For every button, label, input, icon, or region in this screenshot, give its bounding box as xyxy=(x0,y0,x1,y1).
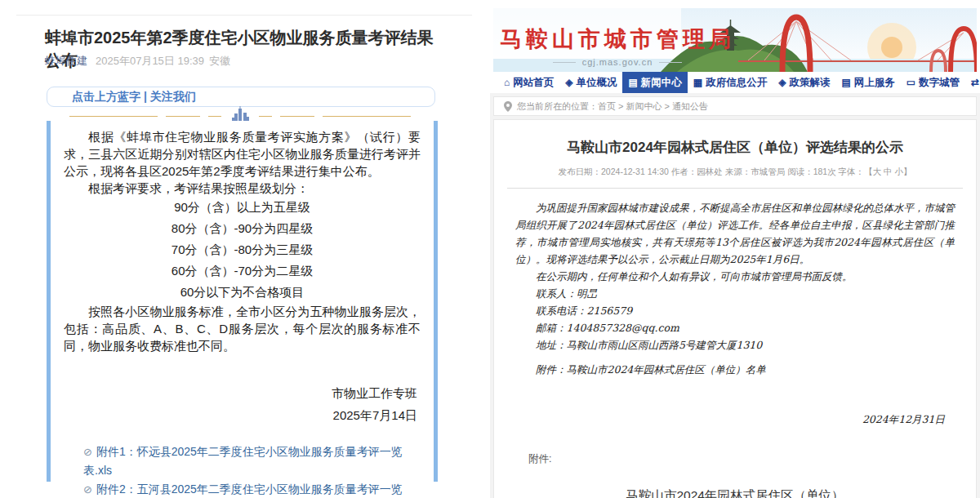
star-line: 90分（含）以上为五星级 xyxy=(64,197,421,218)
layers-icon: ◈ xyxy=(565,77,572,88)
screenshot-root: 蚌埠市2025年第2季度住宅小区物业服务质量考评结果公布 蚌埠住建2025年07… xyxy=(0,0,980,498)
nav-overview[interactable]: ◈单位概况 xyxy=(559,72,622,93)
signature-date: 2025年7月14日 xyxy=(64,404,417,426)
announcement-meta: 发布日期：2024-12-31 14:30 作者：园林处 来源：市城管局 阅读：… xyxy=(494,167,976,178)
star-rating-list: 90分（含）以上为五星级 80分（含）-90分为四星级 70分（含）-80分为三… xyxy=(64,197,421,303)
site-banner: 马鞍山市城市管理局 cgj.mas.gov.cn xyxy=(493,8,977,72)
nav-digital-management[interactable]: ▭数字城管 xyxy=(901,72,965,93)
breadcrumb: 您当前所在的位置：首页 > 新闻中心 > 通知公告 xyxy=(493,96,977,116)
contact-email: 邮箱：1404857328@qq.com xyxy=(515,319,955,336)
appendix-title: 马鞍山市2024年园林式居住区（单位） xyxy=(515,487,955,498)
exchange-icon: ⇄ xyxy=(971,77,979,88)
paragraph: 按照各小区物业服务标准，全市小区分为五种物业服务层次，包括：高品质、A、B、C、… xyxy=(64,303,421,354)
gov-website-page: 马鞍山市城市管理局 cgj.mas.gov.cn ⌂网站首页 ◈单位概况 ▤新闻… xyxy=(490,0,980,498)
attachment-list: ⊘附件1：怀远县2025年二季度住宅小区物业服务质量考评一览表.xls ⊘附件2… xyxy=(64,442,421,498)
home-icon: ⌂ xyxy=(504,77,510,88)
form-icon: ▤ xyxy=(841,77,850,88)
main-nav: ⌂网站首页 ◈单位概况 ▤新闻中心 ▦政府信息公开 ◈政策解读 ▤网上服务 ▭数… xyxy=(493,72,977,93)
news-icon: ▤ xyxy=(628,77,637,88)
attachment-reference: 附件：马鞍山市2024年园林式居住区（单位）名单 xyxy=(515,361,955,378)
paragraph: 根据考评要求，考评结果按照星级划分： xyxy=(64,180,421,197)
breadcrumb-text[interactable]: 您当前所在的位置：首页 > 新闻中心 > 通知公告 xyxy=(517,100,708,113)
nav-interaction[interactable]: ⇄互动交流 xyxy=(965,72,980,93)
announcement-date: 2024年12月31日 xyxy=(515,411,955,428)
nav-info-disclosure[interactable]: ▦政府信息公开 xyxy=(688,72,773,93)
article-body: 根据《蚌埠市住宅物业服务质量考评实施方案》（试行）要求，三县六区近期分别对辖区内… xyxy=(47,121,438,482)
paragraph: 根据《蚌埠市住宅物业服务质量考评实施方案》（试行）要求，三县六区近期分别对辖区内… xyxy=(64,128,421,180)
attachment-link-1[interactable]: 附件1：怀远县2025年二季度住宅小区物业服务质量考评一览表.xls xyxy=(83,445,403,477)
document-icon: ▦ xyxy=(693,77,702,88)
nav-policy-interpretation[interactable]: ◈政策解读 xyxy=(773,72,835,93)
follow-us-text: 点击上方蓝字 | 关注我们 xyxy=(72,90,196,104)
star-line: 70分（含）-80分为三星级 xyxy=(64,239,421,260)
contact-person: 联系人：明旵 xyxy=(515,285,955,302)
star-line: 80分（含）-90分为四星级 xyxy=(64,218,421,239)
attachment-link-row: ⊘附件2：五河县2025年二季度住宅小区物业服务质量考评一览表.xlsx xyxy=(83,480,421,498)
account-name[interactable]: 蚌埠住建 xyxy=(45,55,87,67)
attachment-label: 附件: xyxy=(528,452,955,466)
site-name: 马鞍山市城市管理局 xyxy=(500,24,735,54)
wechat-article-page: 蚌埠市2025年第2季度住宅小区物业服务质量考评结果公布 蚌埠住建2025年07… xyxy=(0,0,490,498)
site-masthead: 马鞍山市城市管理局 cgj.mas.gov.cn xyxy=(500,24,735,67)
star-line: 60分以下为不合格项目 xyxy=(64,282,421,303)
attachment-link-2[interactable]: 附件2：五河县2025年二季度住宅小区物业服务质量考评一览表.xlsx xyxy=(83,482,403,498)
site-domain: cgj.mas.gov.cn xyxy=(582,57,653,67)
star-line: 60分（含）-70分为二星级 xyxy=(64,260,421,282)
signature-block: 市物业工作专班 2025年7月14日 xyxy=(64,382,421,426)
attachment-link-row: ⊘附件1：怀远县2025年二季度住宅小区物业服务质量考评一览表.xls xyxy=(83,442,421,480)
attachment-icon: ⊘ xyxy=(83,483,92,496)
nav-news-center[interactable]: ▤新闻中心 xyxy=(622,72,687,93)
nav-online-service[interactable]: ▤网上服务 xyxy=(835,72,900,93)
article-panel: 马鞍山市2024年园林式居住区（单位）评选结果的公示 发布日期：2024-12-… xyxy=(493,119,977,498)
paragraph: 为巩固提升国家园林城市建设成果，不断提高全市居住区和单位园林绿化的总体水平，市城… xyxy=(515,199,955,268)
site-domain-row: cgj.mas.gov.cn xyxy=(500,57,735,67)
announcement-body: 为巩固提升国家园林城市建设成果，不断提高全市居住区和单位园林绿化的总体水平，市城… xyxy=(494,189,976,498)
contact-address: 地址：马鞍山市雨山区雨山西路5号建管大厦1310 xyxy=(515,336,955,353)
top-divider xyxy=(16,15,472,16)
announcement-title: 马鞍山市2024年园林式居住区（单位）评选结果的公示 xyxy=(494,138,976,157)
monitor-icon: ▭ xyxy=(906,77,915,88)
article-meta: 蚌埠住建2025年07月15日 19:39安徽 xyxy=(45,54,235,69)
nav-home[interactable]: ⌂网站首页 xyxy=(498,72,559,93)
publish-datetime: 2025年07月15日 19:39 xyxy=(96,55,204,67)
contact-phone: 联系电话：2156579 xyxy=(515,302,955,319)
follow-us-banner[interactable]: 点击上方蓝字 | 关注我们 xyxy=(47,87,435,107)
location-pin-icon xyxy=(504,101,512,112)
signature-org: 市物业工作专班 xyxy=(64,382,417,404)
attachment-icon: ⊘ xyxy=(83,446,92,458)
publish-region: 安徽 xyxy=(209,55,230,67)
layers-icon: ◈ xyxy=(778,77,786,88)
paragraph: 在公示期内，任何单位和个人如有异议，可向市城市管理局书面反馈。 xyxy=(515,268,955,285)
